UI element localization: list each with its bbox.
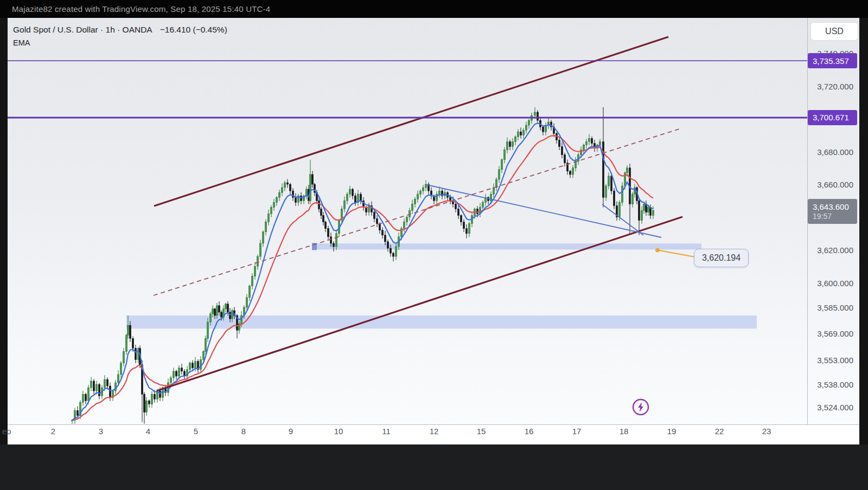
- tradingview-snapshot: Majazite82 created with TradingView.com,…: [0, 0, 868, 490]
- time-axis-label: 18: [620, 427, 629, 436]
- trendline-wedge-lower: [602, 204, 643, 235]
- price-axis-label: 3,720.000: [817, 81, 853, 91]
- price-axis-label: 3,585.000: [817, 302, 853, 312]
- time-axis-label: 4: [146, 427, 150, 436]
- pane-layers: [8, 37, 807, 424]
- symbol-header: Gold Spot / U.S. Dollar · 1h · OANDA−16.…: [13, 25, 227, 47]
- time-axis-label: 5: [194, 427, 198, 436]
- time-axis-label: 16: [525, 427, 534, 436]
- time-axis-label: 22: [715, 427, 724, 436]
- price-axis-label: 3,553.000: [817, 355, 853, 364]
- time-axis-label: 9: [289, 427, 293, 436]
- currency-toggle-button[interactable]: USD: [811, 23, 858, 40]
- time-axis-label: 8: [241, 427, 246, 436]
- time-axis-label: ep: [2, 427, 11, 436]
- price-callout-text: 3,620.194: [702, 253, 741, 263]
- price-axis-label: 3,680.000: [817, 147, 853, 156]
- price-axis-label: 3,660.000: [817, 180, 853, 189]
- flash-icon[interactable]: [633, 399, 648, 415]
- indicator-row: EMA: [13, 38, 227, 47]
- chart-canvas[interactable]: [0, 0, 868, 490]
- time-axis-label: 2: [51, 427, 55, 436]
- zone-support-3620: [312, 243, 701, 249]
- price-axis-label: 3,620.000: [817, 246, 853, 255]
- time-axis-label: 19: [667, 427, 676, 436]
- marker-leader-line: [658, 250, 695, 257]
- price-callout[interactable]: 3,620.194: [694, 249, 749, 267]
- time-axis-label: 17: [572, 427, 582, 436]
- ema-slow-line: [72, 136, 653, 421]
- time-axis-label: 3: [99, 427, 103, 436]
- time-axis[interactable]: ep23458910111215161718192223: [8, 425, 859, 443]
- symbol-title-row: Gold Spot / U.S. Dollar · 1h · OANDA−16.…: [13, 25, 227, 35]
- price-axis-label: 3,538.000: [817, 380, 853, 389]
- price-axis-label: 3,600.000: [817, 278, 853, 287]
- alert-price-badge[interactable]: 3,700.671: [808, 110, 857, 125]
- indicator-label[interactable]: EMA: [13, 38, 30, 47]
- candlestick-series: [71, 107, 654, 424]
- last-price-badge[interactable]: 3,643.60019:57: [808, 199, 857, 224]
- last-price-value: 3,643.600: [813, 202, 849, 211]
- time-axis-label: 11: [382, 427, 391, 436]
- trendline-channel-lower: [157, 217, 682, 391]
- symbol-change: −16.410 (−0.45%): [160, 25, 227, 34]
- zone-supply-demand-3572-3580: [126, 315, 757, 328]
- bar-countdown: 19:57: [813, 212, 832, 221]
- price-axis[interactable]: 3,740.0003,720.0003,680.0003,660.0003,62…: [808, 18, 859, 424]
- symbol-title[interactable]: Gold Spot / U.S. Dollar · 1h · OANDA: [13, 25, 152, 34]
- time-axis-label: 15: [477, 427, 486, 436]
- trendline-channel-upper: [154, 37, 668, 206]
- marker-dot: [655, 248, 660, 252]
- ema-fast-line: [72, 123, 653, 420]
- alert-price-badge[interactable]: 3,735.357: [808, 53, 857, 68]
- time-axis-label: 10: [334, 427, 343, 436]
- time-axis-label: 23: [762, 427, 771, 436]
- price-axis-label: 3,524.000: [817, 403, 853, 412]
- time-axis-label: 12: [430, 427, 439, 436]
- price-axis-label: 3,569.000: [817, 329, 853, 338]
